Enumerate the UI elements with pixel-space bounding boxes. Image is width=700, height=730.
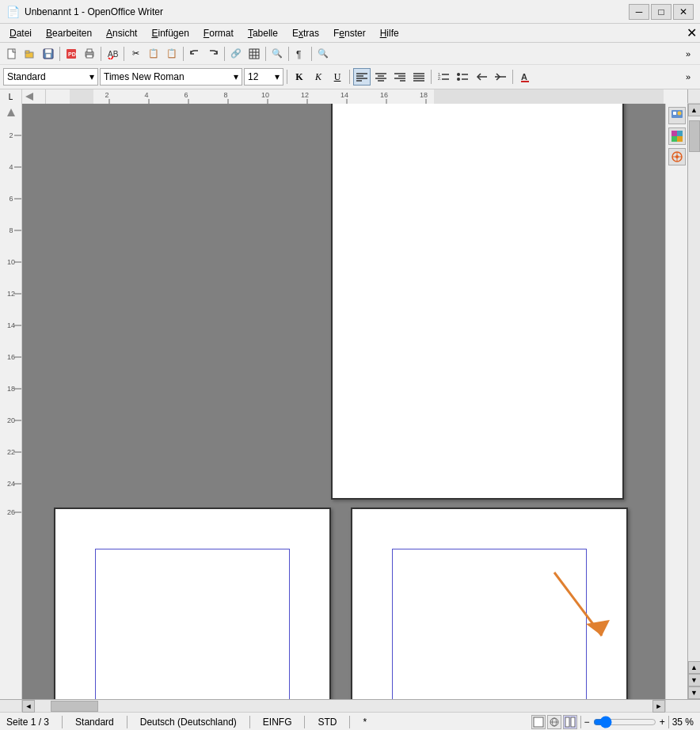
scroll-track[interactable] bbox=[688, 116, 701, 661]
save-button[interactable] bbox=[40, 45, 57, 63]
maximize-button[interactable]: □ bbox=[651, 4, 671, 20]
h-scroll-track[interactable] bbox=[35, 700, 652, 712]
view-web-button[interactable] bbox=[547, 715, 561, 729]
svg-text:A: A bbox=[521, 72, 527, 82]
menu-datei[interactable]: Datei bbox=[3, 26, 38, 40]
spellcheck-button[interactable]: ABC bbox=[104, 45, 121, 63]
font-size-dropdown[interactable]: 12 ▾ bbox=[244, 68, 283, 86]
find-button[interactable]: 🔍 bbox=[268, 45, 286, 63]
numbered-list-button[interactable]: 1.2. bbox=[435, 68, 452, 86]
horizontal-scrollbar: ◄ ► bbox=[0, 699, 700, 712]
page-2 bbox=[54, 508, 331, 699]
scroll-page-up-button[interactable]: ▲ bbox=[688, 661, 701, 674]
bold-button[interactable]: K bbox=[291, 68, 308, 86]
scroll-up-button[interactable]: ▲ bbox=[688, 104, 701, 116]
bullet-list-button[interactable] bbox=[454, 68, 471, 86]
scroll-down-button[interactable]: ▼ bbox=[688, 686, 701, 699]
svg-text:10: 10 bbox=[261, 91, 269, 99]
menu-einfuegen[interactable]: Einfügen bbox=[145, 26, 195, 40]
separator4 bbox=[183, 47, 184, 61]
modified-indicator: * bbox=[363, 717, 367, 728]
italic-button[interactable]: K bbox=[310, 68, 327, 86]
paste-button[interactable]: 📋 bbox=[163, 45, 181, 63]
app-icon: 📄 bbox=[6, 6, 20, 18]
menu-ansicht[interactable]: Ansicht bbox=[100, 26, 143, 40]
insert-mode-status[interactable]: EINFG bbox=[263, 717, 292, 728]
svg-text:6: 6 bbox=[184, 91, 188, 99]
ruler-corner[interactable]: L bbox=[0, 89, 22, 104]
svg-text:20: 20 bbox=[7, 416, 15, 424]
horizontal-ruler: 2 4 6 8 10 12 14 16 18 bbox=[22, 89, 687, 104]
h-scroll-right-button[interactable]: ► bbox=[652, 700, 665, 713]
align-right-button[interactable] bbox=[391, 68, 409, 86]
menu-tabelle[interactable]: Tabelle bbox=[242, 26, 284, 40]
scroll-page-down-button[interactable]: ▼ bbox=[688, 674, 701, 686]
minimize-button[interactable]: ─ bbox=[629, 4, 649, 20]
zoom-button[interactable]: 🔍 bbox=[314, 45, 332, 63]
hyperlink-button[interactable]: 🔗 bbox=[227, 45, 245, 63]
svg-marker-67 bbox=[7, 108, 15, 116]
decrease-indent-button[interactable] bbox=[473, 68, 490, 86]
h-scroll-left-button[interactable]: ◄ bbox=[22, 700, 35, 713]
underline-button[interactable]: U bbox=[329, 68, 346, 86]
toolbar-more[interactable]: » bbox=[679, 45, 697, 63]
cut-button[interactable]: ✂ bbox=[127, 45, 144, 63]
menu-hilfe[interactable]: Hilfe bbox=[374, 26, 405, 40]
pdf-button[interactable]: PDF bbox=[63, 45, 80, 63]
svg-rect-99 bbox=[671, 131, 677, 136]
zoom-slider[interactable] bbox=[593, 716, 656, 728]
separator2 bbox=[101, 47, 101, 61]
styles-icon[interactable] bbox=[668, 127, 686, 145]
nonprint-chars-button[interactable]: ¶ bbox=[291, 45, 309, 63]
sep-color bbox=[512, 70, 513, 84]
view-multi-button[interactable] bbox=[563, 715, 577, 729]
align-left-button[interactable] bbox=[353, 68, 371, 86]
toolbar1: PDF ABC ✂ 📋 📋 🔗 🔍 ¶ 🔍 bbox=[0, 43, 700, 65]
menu-extras[interactable]: Extras bbox=[286, 26, 325, 40]
status-right: − + 35 % bbox=[531, 715, 694, 729]
svg-point-106 bbox=[675, 155, 679, 158]
font-color-button[interactable]: A bbox=[516, 68, 534, 86]
view-normal-button[interactable] bbox=[531, 715, 546, 729]
selection-mode-status[interactable]: STD bbox=[318, 717, 337, 728]
gallery-icon[interactable] bbox=[668, 107, 686, 124]
svg-text:24: 24 bbox=[7, 480, 15, 488]
toolbar2-more[interactable]: » bbox=[679, 68, 697, 86]
new-button[interactable] bbox=[3, 45, 21, 63]
document-area[interactable] bbox=[22, 104, 665, 699]
svg-text:18: 18 bbox=[420, 91, 428, 99]
paragraph-style-dropdown[interactable]: Standard ▾ bbox=[3, 68, 98, 86]
menu-format[interactable]: Format bbox=[197, 26, 240, 40]
paragraph-style-value: Standard bbox=[7, 71, 46, 82]
font-name-dropdown[interactable]: Times New Roman ▾ bbox=[100, 68, 242, 86]
align-justify-button[interactable] bbox=[410, 68, 428, 86]
sep-align bbox=[349, 70, 350, 84]
svg-point-38 bbox=[457, 73, 460, 76]
svg-text:16: 16 bbox=[7, 353, 15, 361]
zoom-in-button[interactable]: + bbox=[660, 717, 665, 728]
print-button[interactable] bbox=[81, 45, 98, 63]
scroll-thumb[interactable] bbox=[689, 120, 700, 152]
svg-rect-111 bbox=[565, 717, 569, 727]
zoom-level[interactable]: 35 % bbox=[672, 717, 694, 728]
undo-button[interactable] bbox=[186, 45, 204, 63]
menu-fenster[interactable]: Fenster bbox=[327, 26, 372, 40]
svg-rect-4 bbox=[45, 49, 51, 53]
table-button[interactable] bbox=[245, 45, 263, 63]
open-button[interactable] bbox=[21, 45, 39, 63]
redo-button[interactable] bbox=[204, 45, 222, 63]
page-1 bbox=[331, 104, 624, 500]
separator3 bbox=[124, 47, 124, 61]
close-button[interactable]: ✕ bbox=[673, 4, 694, 20]
menu-collapse-icon[interactable]: ✕ bbox=[687, 25, 697, 40]
zoom-out-button[interactable]: − bbox=[584, 717, 590, 728]
svg-rect-12 bbox=[249, 49, 259, 59]
increase-indent-button[interactable] bbox=[492, 68, 509, 86]
align-center-button[interactable] bbox=[372, 68, 390, 86]
menu-bearbeiten[interactable]: Bearbeiten bbox=[40, 26, 98, 40]
svg-point-40 bbox=[457, 78, 460, 81]
navigator-icon[interactable] bbox=[668, 148, 686, 165]
copy-button[interactable]: 📋 bbox=[145, 45, 162, 63]
svg-text:22: 22 bbox=[7, 448, 15, 456]
font-size-value: 12 bbox=[248, 71, 258, 82]
